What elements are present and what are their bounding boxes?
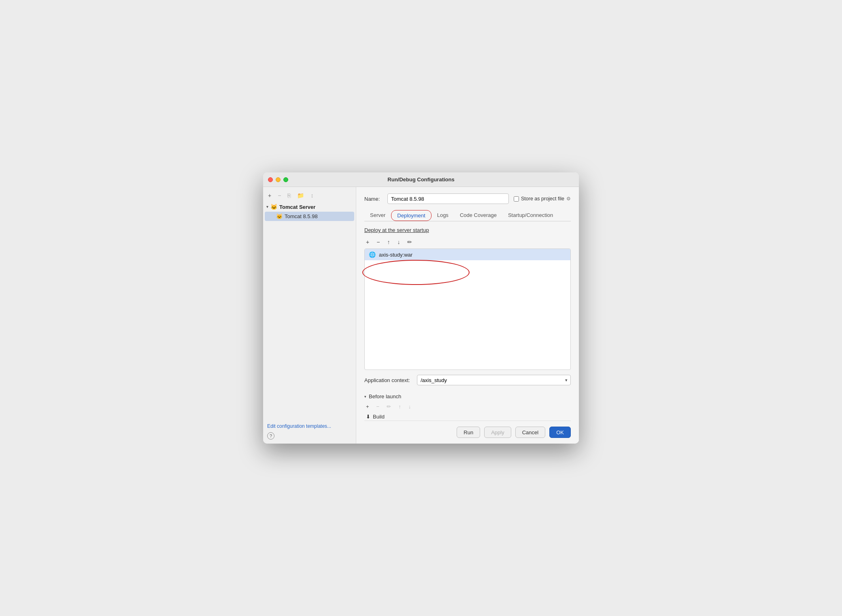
sidebar-item-tomcat[interactable]: 🐱 Tomcat 8.5.98 <box>265 212 354 221</box>
window-title: Run/Debug Configurations <box>387 176 454 183</box>
run-button[interactable]: Run <box>457 427 480 438</box>
deploy-edit-button[interactable]: ✏ <box>406 238 414 246</box>
copy-config-button[interactable]: ⎘ <box>286 192 292 199</box>
main-window: Run/Debug Configurations + − ⎘ 📁 ↕ ▾ 🐱 T… <box>263 172 579 444</box>
ok-button[interactable]: OK <box>549 427 571 438</box>
tomcat-item-icon: 🐱 <box>276 213 283 219</box>
main-content: + − ⎘ 📁 ↕ ▾ 🐱 Tomcat Server 🐱 Tomcat 8.5… <box>263 187 579 444</box>
store-project-checkbox[interactable] <box>514 196 519 202</box>
deploy-toolbar: + − ↑ ↓ ✏ <box>364 236 571 248</box>
deploy-move-up-button[interactable]: ↑ <box>385 238 391 246</box>
context-select-wrapper: /axis_study ▾ <box>417 375 571 385</box>
deploy-item[interactable]: 🌐 axis-study:war <box>365 249 570 260</box>
remove-config-button[interactable]: − <box>276 192 283 199</box>
deploy-item-text: axis-study:war <box>379 252 412 258</box>
apply-button[interactable]: Apply <box>484 427 511 438</box>
before-launch-title: Before launch <box>369 393 401 399</box>
tabs-row: Server Deployment Logs Code Coverage Sta… <box>364 210 571 221</box>
before-launch-section: ▾ Before launch + − ✏ ↑ ↓ ⬇ Build <box>364 393 571 421</box>
deploy-add-button[interactable]: + <box>364 238 371 246</box>
traffic-lights <box>268 177 288 182</box>
deploy-item-icon: 🌐 <box>369 251 376 258</box>
deploy-section-title: Deploy at the server startup <box>364 227 571 233</box>
sort-config-button[interactable]: ↕ <box>309 192 315 199</box>
bl-move-down-button[interactable]: ↓ <box>407 403 413 410</box>
cancel-button[interactable]: Cancel <box>515 427 545 438</box>
sidebar: + − ⎘ 📁 ↕ ▾ 🐱 Tomcat Server 🐱 Tomcat 8.5… <box>263 187 356 444</box>
build-label: Build <box>373 414 385 420</box>
bl-remove-button[interactable]: − <box>375 403 381 410</box>
close-button[interactable] <box>268 177 273 182</box>
bl-edit-button[interactable]: ✏ <box>385 403 393 410</box>
before-launch-chevron-icon: ▾ <box>364 395 366 399</box>
sidebar-item-label: Tomcat 8.5.98 <box>285 213 318 219</box>
header-row: Name: Store as project file ⚙ <box>364 193 571 204</box>
folder-config-button[interactable]: 📁 <box>296 192 306 199</box>
context-select[interactable]: /axis_study <box>417 375 571 385</box>
deploy-remove-button[interactable]: − <box>375 238 381 246</box>
sidebar-toolbar: + − ⎘ 📁 ↕ <box>263 190 356 201</box>
build-item: ⬇ Build <box>364 413 571 421</box>
edit-config-templates-link[interactable]: Edit configuration templates... <box>267 423 331 429</box>
before-launch-toolbar: + − ✏ ↑ ↓ <box>364 402 571 411</box>
context-label: Application context: <box>364 377 413 383</box>
help-button[interactable]: ? <box>267 432 274 440</box>
store-project-label: Store as project file <box>521 196 564 202</box>
group-chevron-icon: ▾ <box>266 205 268 209</box>
bl-move-up-button[interactable]: ↑ <box>397 403 403 410</box>
tab-logs[interactable]: Logs <box>432 210 454 221</box>
footer-buttons: Run Apply Cancel OK <box>364 421 571 438</box>
name-label: Name: <box>364 196 383 202</box>
sidebar-group-header: ▾ 🐱 Tomcat Server <box>263 202 356 211</box>
build-icon: ⬇ <box>366 414 370 420</box>
sidebar-footer: Edit configuration templates... ? <box>263 419 356 444</box>
titlebar: Run/Debug Configurations <box>263 172 579 187</box>
deploy-list-wrapper: 🌐 axis-study:war <box>364 249 571 370</box>
before-launch-header: ▾ Before launch <box>364 393 571 399</box>
store-gear-icon: ⚙ <box>566 196 571 202</box>
tab-startup-connection[interactable]: Startup/Connection <box>502 210 559 221</box>
tab-server[interactable]: Server <box>364 210 391 221</box>
tab-code-coverage[interactable]: Code Coverage <box>454 210 502 221</box>
minimize-button[interactable] <box>276 177 281 182</box>
deploy-move-down-button[interactable]: ↓ <box>395 238 402 246</box>
bl-add-button[interactable]: + <box>364 403 371 410</box>
tomcat-group-icon: 🐱 <box>270 204 277 210</box>
context-row: Application context: /axis_study ▾ <box>364 375 571 385</box>
right-panel: Name: Store as project file ⚙ Server Dep… <box>356 187 579 444</box>
add-config-button[interactable]: + <box>266 192 273 199</box>
maximize-button[interactable] <box>283 177 288 182</box>
name-input[interactable] <box>387 193 509 204</box>
store-project-row: Store as project file ⚙ <box>514 196 571 202</box>
tab-deployment[interactable]: Deployment <box>391 210 431 221</box>
sidebar-group-label: Tomcat Server <box>279 204 315 210</box>
deploy-list: 🌐 axis-study:war <box>364 249 571 370</box>
